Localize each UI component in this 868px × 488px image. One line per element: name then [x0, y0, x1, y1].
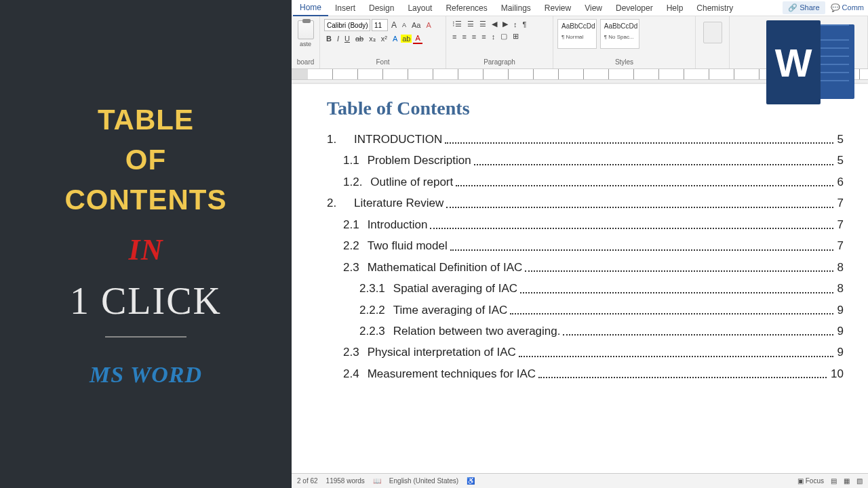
statusbar: 2 of 62 11958 words 📖 English (United St… — [292, 473, 868, 488]
status-accessibility-icon[interactable]: ♿ — [467, 477, 475, 485]
view-web-icon[interactable]: ▧ — [856, 477, 863, 485]
document-page: Table of Contents 1.INTRODUCTION51.1Prob… — [292, 84, 868, 473]
superscript-icon[interactable]: x² — [379, 34, 389, 43]
toc-entry[interactable]: 2.4Measurement techniques for IAC10 — [327, 363, 844, 384]
show-marks-icon[interactable]: ¶ — [521, 20, 529, 29]
align-right-icon[interactable]: ≡ — [470, 32, 478, 41]
toc-num: 2.2 — [343, 235, 359, 256]
toc-entry[interactable]: 1.1Problem Description5 — [327, 150, 844, 171]
toc-page: 7 — [836, 214, 844, 235]
toc-text: Physical interpretation of IAC — [368, 342, 516, 363]
sort-icon[interactable]: ↕ — [511, 20, 519, 29]
toc-page: 9 — [836, 300, 844, 321]
font-size-select[interactable] — [372, 19, 388, 31]
bullets-icon[interactable]: ⁝☰ — [450, 19, 464, 29]
toc-entry[interactable]: 2.2.3Relation between two averaging.9 — [327, 321, 844, 342]
toc-entry[interactable]: 2.3.1Spatial averaging of IAC8 — [327, 278, 844, 299]
promo-line-2: OF — [125, 140, 166, 180]
document-area[interactable]: Table of Contents 1.INTRODUCTION51.1Prob… — [292, 80, 868, 473]
tab-design[interactable]: Design — [362, 1, 401, 16]
toc-num: 2. — [327, 192, 346, 214]
tab-references[interactable]: References — [439, 1, 494, 16]
toc-dots — [520, 292, 833, 293]
borders-icon[interactable]: ⊞ — [511, 31, 521, 41]
toc-num: 2.2.3 — [359, 321, 385, 342]
promo-divider — [105, 336, 186, 338]
group-editing — [696, 16, 730, 68]
toc-text: Time averaging of IAC — [393, 300, 508, 321]
toc-dots — [519, 356, 833, 357]
tab-help[interactable]: Help — [660, 1, 690, 16]
toc-entry[interactable]: 2.3Physical interpretation of IAC9 — [327, 342, 844, 363]
strike-icon[interactable]: ab — [353, 34, 366, 43]
group-clipboard: aste board — [292, 16, 320, 68]
toc-text: Outline of report — [370, 171, 453, 192]
group-paragraph-label: Paragraph — [450, 58, 549, 66]
style-nospacing[interactable]: AaBbCcDd ¶ No Spac... — [600, 19, 639, 49]
view-read-icon[interactable]: ▤ — [831, 477, 837, 485]
view-print-icon[interactable]: ▦ — [844, 477, 850, 485]
tab-developer[interactable]: Developer — [609, 1, 660, 16]
paste-icon[interactable] — [298, 20, 314, 39]
change-case-icon[interactable]: Aa — [410, 20, 422, 30]
toc-entry[interactable]: 2.1Introduction7 — [327, 214, 844, 235]
toc-entry[interactable]: 1.2.Outline of report6 — [327, 171, 844, 192]
bold-icon[interactable]: B — [324, 34, 334, 43]
tab-chemistry[interactable]: Chemistry — [690, 1, 740, 16]
toc-entry[interactable]: 1.INTRODUCTION5 — [327, 129, 844, 150]
status-spellcheck-icon[interactable]: 📖 — [373, 477, 381, 485]
font-color-icon[interactable]: A — [413, 33, 422, 44]
toc-page: 5 — [836, 129, 844, 150]
justify-icon[interactable]: ≡ — [479, 32, 488, 41]
toc-entry[interactable]: 2.Literature Review7 — [327, 192, 844, 214]
tab-layout[interactable]: Layout — [401, 1, 439, 16]
status-words[interactable]: 11958 words — [326, 477, 365, 485]
grow-font-icon[interactable]: A — [389, 20, 399, 30]
promo-line-1: TABLE — [98, 100, 194, 140]
toc-entry[interactable]: 2.2.2Time averaging of IAC9 — [327, 300, 844, 321]
text-effect-icon[interactable]: A — [391, 34, 399, 43]
toc-page: 5 — [836, 150, 844, 171]
toc-dots — [510, 313, 833, 314]
toc-dots — [538, 377, 827, 378]
subscript-icon[interactable]: x₂ — [367, 34, 378, 44]
status-focus[interactable]: ▣ Focus — [797, 477, 824, 485]
shrink-font-icon[interactable]: A — [400, 21, 408, 29]
share-button[interactable]: 🔗 Share — [783, 1, 825, 14]
shading-icon[interactable]: ▢ — [498, 31, 509, 41]
tab-mailings[interactable]: Mailings — [494, 1, 538, 16]
toc-entry[interactable]: 2.2Two fluid model7 — [327, 235, 844, 256]
toc-dots — [445, 142, 833, 144]
group-clipboard-label: board — [296, 58, 315, 66]
underline-icon[interactable]: U — [342, 34, 352, 43]
status-language[interactable]: English (United States) — [389, 477, 458, 485]
font-name-select[interactable] — [324, 19, 370, 31]
group-paragraph: ⁝☰ ☰ ☰ ◀ ▶ ↕ ¶ ≡ ≡ ≡ ≡ ↕ ▢ ⊞ Paragraph — [446, 16, 553, 68]
toc-text: Mathematical Definition of IAC — [368, 257, 523, 278]
tab-view[interactable]: View — [578, 1, 609, 16]
increase-indent-icon[interactable]: ▶ — [500, 19, 510, 29]
tab-insert[interactable]: Insert — [328, 1, 362, 16]
highlight-icon[interactable]: ab — [401, 35, 412, 43]
promo-line-5: 1 CLICK — [70, 279, 222, 323]
status-page[interactable]: 2 of 62 — [297, 477, 318, 485]
toc-num: 2.3 — [343, 342, 359, 363]
tab-home[interactable]: Home — [293, 0, 328, 16]
decrease-indent-icon[interactable]: ◀ — [490, 19, 499, 29]
toc-dots — [474, 164, 833, 165]
clear-format-icon[interactable]: A — [425, 20, 433, 30]
align-left-icon[interactable]: ≡ — [450, 32, 458, 41]
multilevel-icon[interactable]: ☰ — [477, 19, 488, 29]
line-spacing-icon[interactable]: ↕ — [490, 32, 498, 41]
toc-entry[interactable]: 2.3Mathematical Definition of IAC8 — [327, 257, 844, 278]
style-normal[interactable]: AaBbCcDd ¶ Normal — [557, 19, 597, 49]
toc-dots — [450, 249, 833, 251]
align-center-icon[interactable]: ≡ — [460, 32, 468, 41]
numbering-icon[interactable]: ☰ — [465, 19, 476, 29]
comments-button[interactable]: 💬 Comm — [827, 1, 868, 14]
editing-icon[interactable] — [703, 22, 722, 43]
promo-panel: TABLE OF CONTENTS IN 1 CLICK MS WORD — [0, 0, 292, 488]
tab-review[interactable]: Review — [538, 1, 578, 16]
toc-num: 2.1 — [343, 214, 359, 235]
italic-icon[interactable]: I — [335, 34, 341, 43]
